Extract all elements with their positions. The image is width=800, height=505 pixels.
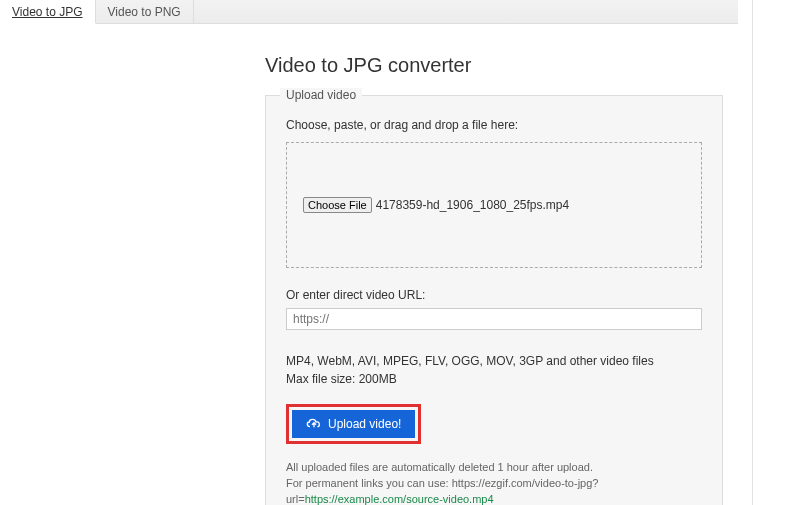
tab-video-to-jpg[interactable]: Video to JPG — [0, 0, 96, 24]
instruction-text: Choose, paste, or drag and drop a file h… — [286, 118, 702, 132]
url-label: Or enter direct video URL: — [286, 288, 702, 302]
main-content: Video to JPG converter Upload video Choo… — [0, 24, 738, 505]
example-url-link[interactable]: https://example.com/source-video.mp4 — [305, 493, 494, 505]
url-input[interactable] — [286, 308, 702, 330]
maxsize-line: Max file size: 200MB — [286, 370, 702, 388]
cloud-upload-icon — [306, 418, 322, 430]
footnote-line1: All uploaded files are automatically del… — [286, 460, 702, 476]
upload-button[interactable]: Upload video! — [292, 410, 415, 438]
selected-filename: 4178359-hd_1906_1080_25fps.mp4 — [376, 198, 570, 212]
upload-panel: Upload video Choose, paste, or drag and … — [265, 95, 723, 505]
panel-legend: Upload video — [280, 88, 362, 102]
upload-button-label: Upload video! — [328, 417, 401, 431]
page-title: Video to JPG converter — [265, 54, 738, 77]
formats-info: MP4, WebM, AVI, MPEG, FLV, OGG, MOV, 3GP… — [286, 352, 702, 388]
choose-file-button[interactable]: Choose File — [303, 197, 372, 213]
formats-line: MP4, WebM, AVI, MPEG, FLV, OGG, MOV, 3GP… — [286, 352, 702, 370]
upload-button-highlight: Upload video! — [286, 404, 421, 444]
file-dropzone[interactable]: Choose File 4178359-hd_1906_1080_25fps.m… — [286, 142, 702, 268]
tab-bar: Video to JPG Video to PNG — [0, 0, 738, 24]
tab-video-to-png[interactable]: Video to PNG — [96, 0, 194, 23]
footnote-line2: For permanent links you can use: https:/… — [286, 476, 702, 505]
footnote: All uploaded files are automatically del… — [286, 460, 702, 505]
page-divider — [752, 0, 753, 505]
